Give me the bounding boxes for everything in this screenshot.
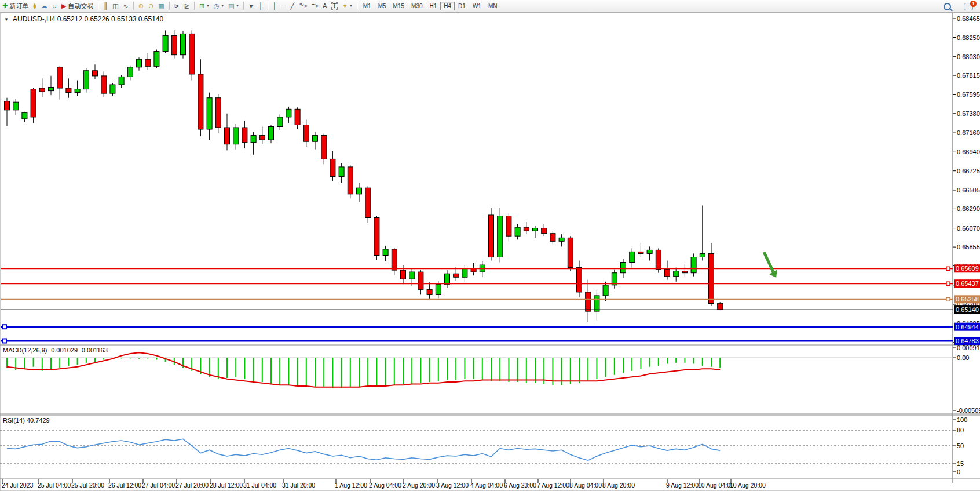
candle-bull[interactable] xyxy=(339,167,344,177)
candle-bull[interactable] xyxy=(462,268,467,277)
candle-bear[interactable] xyxy=(568,238,573,267)
notifications-button[interactable]: 1 xyxy=(961,1,975,12)
chart-canvas[interactable]: 0.684650.682500.680300.678150.675950.673… xyxy=(0,12,980,491)
candle-bear[interactable] xyxy=(586,292,591,311)
candle-bear[interactable] xyxy=(418,272,423,289)
indicators-button[interactable]: ⊞ ▾ xyxy=(197,1,211,11)
candle-bull[interactable] xyxy=(515,227,520,236)
candle-bear[interactable] xyxy=(101,76,107,93)
horizontal-line-button[interactable]: ─ xyxy=(279,1,288,11)
candle-bull[interactable] xyxy=(630,252,635,262)
tile-windows-button[interactable]: ▦ xyxy=(156,1,166,11)
new-order-button[interactable]: ✚ 新订单 xyxy=(0,1,31,11)
chart-shift-button[interactable]: ⊵ xyxy=(182,1,192,11)
candle-bull[interactable] xyxy=(357,188,362,194)
candle-bull[interactable] xyxy=(594,296,599,311)
line-handle[interactable] xyxy=(946,282,950,285)
candle-bear[interactable] xyxy=(171,35,177,54)
candle-bear[interactable] xyxy=(93,71,98,76)
candle-bear[interactable] xyxy=(189,34,195,74)
candle-bull[interactable] xyxy=(647,250,652,253)
candle-bear[interactable] xyxy=(374,218,379,256)
line-handle[interactable] xyxy=(2,339,6,343)
candle-bull[interactable] xyxy=(75,89,80,93)
candle-bear[interactable] xyxy=(550,234,555,242)
crosshair-button[interactable]: ┼ xyxy=(256,1,265,11)
candle-bear[interactable] xyxy=(542,228,547,234)
candle-bull[interactable] xyxy=(83,71,89,89)
candle-bull[interactable] xyxy=(603,285,608,296)
candle-bear[interactable] xyxy=(709,253,714,303)
channel-button[interactable]: ∿E xyxy=(297,1,309,11)
candle-bull[interactable] xyxy=(49,88,54,91)
candle-bull[interactable] xyxy=(119,77,124,85)
timeframe-button-M1[interactable]: M1 xyxy=(360,2,375,10)
candle-bear[interactable] xyxy=(638,252,643,253)
zoom-in-button[interactable]: ⊕ xyxy=(136,1,146,11)
fibonacci-button[interactable]: ┄F xyxy=(309,1,320,11)
candle-bear[interactable] xyxy=(57,67,63,88)
candle-bear[interactable] xyxy=(665,270,670,277)
vertical-line-button[interactable]: │ xyxy=(270,1,279,11)
candle-bear[interactable] xyxy=(198,74,203,129)
text-label-button[interactable]: T xyxy=(329,1,340,11)
candle-bear[interactable] xyxy=(145,59,151,66)
symbol-dropdown-icon[interactable]: ▼ xyxy=(4,17,9,22)
candle-bear[interactable] xyxy=(656,250,661,269)
candle-bear[interactable] xyxy=(242,128,247,143)
candle-bear[interactable] xyxy=(39,88,45,92)
candle-bear[interactable] xyxy=(365,188,371,217)
candle-bear[interactable] xyxy=(330,159,335,176)
timeframe-button-H1[interactable]: H1 xyxy=(426,2,441,10)
candle-bear[interactable] xyxy=(454,274,459,277)
timeframe-button-H4[interactable]: H4 xyxy=(440,2,455,10)
auto-scroll-button[interactable]: ⊳ xyxy=(172,1,182,11)
autotrading-button[interactable]: ▶ 自动交易 xyxy=(59,1,96,11)
trendline-button[interactable]: ╱ xyxy=(288,1,297,11)
candle-bear[interactable] xyxy=(401,270,406,279)
chart-window[interactable]: 0.684650.682500.680300.678150.675950.673… xyxy=(0,12,980,491)
candle-bull[interactable] xyxy=(445,274,450,284)
search-button[interactable] xyxy=(941,1,953,12)
candle-bull[interactable] xyxy=(269,127,274,140)
candle-bear[interactable] xyxy=(295,109,300,125)
candle-bull[interactable] xyxy=(251,136,256,143)
candle-bull[interactable] xyxy=(277,117,283,127)
candle-bear[interactable] xyxy=(225,128,230,144)
candle-chart-button[interactable]: ◫ xyxy=(110,1,120,11)
candle-bear[interactable] xyxy=(215,98,221,128)
timeframe-button-M5[interactable]: M5 xyxy=(375,2,390,10)
candle-bull[interactable] xyxy=(313,136,318,142)
publish-button[interactable]: ☁ xyxy=(39,1,50,11)
annotation-arrow[interactable] xyxy=(764,252,777,278)
line-handle[interactable] xyxy=(2,325,6,329)
line-handle[interactable] xyxy=(946,297,950,301)
candle-bear[interactable] xyxy=(489,215,494,257)
candle-bear[interactable] xyxy=(682,271,688,273)
candle-bear[interactable] xyxy=(31,89,36,117)
candle-bear[interactable] xyxy=(348,167,353,194)
timeframe-button-D1[interactable]: D1 xyxy=(455,2,469,10)
candle-bull[interactable] xyxy=(700,253,705,257)
candle-bull[interactable] xyxy=(137,59,142,67)
candle-bear[interactable] xyxy=(392,249,397,270)
candle-bear[interactable] xyxy=(303,125,309,142)
candle-bull[interactable] xyxy=(559,238,564,241)
candle-bull[interactable] xyxy=(383,249,388,256)
candle-bull[interactable] xyxy=(498,216,503,257)
cursor-button[interactable]: ➤ xyxy=(246,1,256,11)
styler-button[interactable]: ⧫ xyxy=(31,1,38,11)
candle-bull[interactable] xyxy=(163,35,168,51)
candle-bull[interactable] xyxy=(691,257,696,273)
candle-bear[interactable] xyxy=(259,136,265,140)
candle-bear[interactable] xyxy=(718,303,723,310)
timeframe-button-W1[interactable]: W1 xyxy=(469,2,485,10)
candle-bear[interactable] xyxy=(524,227,529,231)
candle-bull[interactable] xyxy=(233,128,239,144)
candle-bull[interactable] xyxy=(181,34,186,54)
candle-bull[interactable] xyxy=(621,263,626,273)
candle-bear[interactable] xyxy=(506,216,511,237)
text-button[interactable]: A xyxy=(320,1,329,11)
sound-button[interactable]: ♫ xyxy=(50,1,59,11)
candle-bear[interactable] xyxy=(321,136,327,159)
